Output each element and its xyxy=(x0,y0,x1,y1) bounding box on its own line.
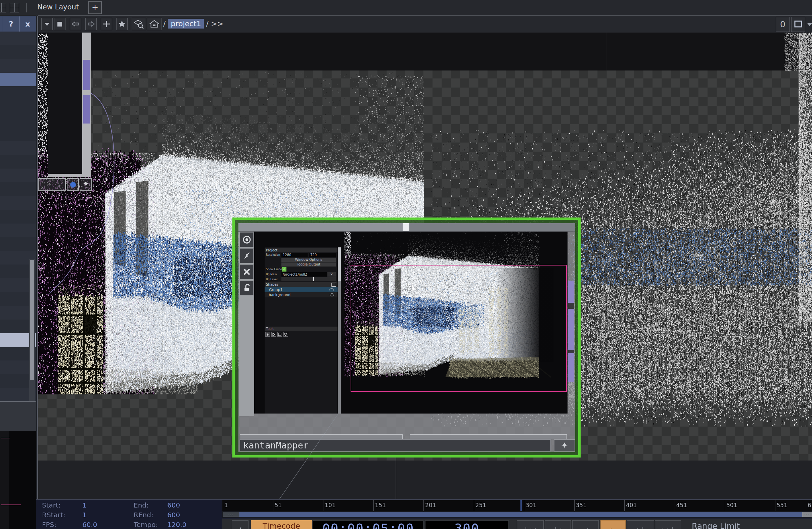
panel-scrollbar-thumb[interactable] xyxy=(338,247,341,281)
visibility-eye-icon-2[interactable] xyxy=(330,293,334,296)
layout-grid-icon[interactable] xyxy=(0,3,6,12)
palette-scrollbar-thumb[interactable] xyxy=(30,260,34,380)
window-placement-button[interactable] xyxy=(791,17,805,32)
lightning-icon[interactable] xyxy=(240,248,253,263)
rstart-value[interactable]: 1 xyxy=(82,511,87,519)
palette-row[interactable] xyxy=(0,210,36,223)
path-project-selected[interactable]: project1 xyxy=(168,19,203,29)
node-sparkle-flag[interactable]: ✦ xyxy=(79,178,92,191)
kantan-resize-bars[interactable] xyxy=(238,434,575,439)
palette-row[interactable] xyxy=(0,169,36,182)
palette-row[interactable] xyxy=(0,223,36,237)
tool-select-cursor-icon[interactable] xyxy=(265,332,270,337)
add-shape-icon[interactable] xyxy=(331,283,336,286)
stop-button[interactable] xyxy=(54,18,66,30)
star-bookmark-button[interactable] xyxy=(116,18,128,30)
resolution-height-field[interactable]: 720 xyxy=(309,253,336,257)
rend-value[interactable]: 600 xyxy=(167,511,180,519)
bg-level-slider-handle[interactable] xyxy=(313,277,314,281)
panel-scrollbar[interactable] xyxy=(338,247,341,413)
play-button[interactable]: ▶ xyxy=(600,520,626,529)
back-button[interactable] xyxy=(70,18,81,30)
visibility-eye-icon[interactable] xyxy=(330,288,334,291)
jump-start-button[interactable]: |◀◀ xyxy=(517,520,544,529)
palette-row[interactable] xyxy=(0,237,36,251)
node-viewer-flag[interactable] xyxy=(67,178,79,191)
palette-row[interactable] xyxy=(0,73,36,87)
kantan-output-connector-3[interactable] xyxy=(568,353,574,382)
palette-row[interactable] xyxy=(0,32,36,45)
kantan-canvas[interactable] xyxy=(342,232,567,413)
range-grip-left[interactable]: ... xyxy=(223,512,240,517)
unlock-icon[interactable] xyxy=(240,281,253,295)
close-panel-button[interactable]: x xyxy=(19,16,36,32)
node-output-connector[interactable] xyxy=(83,60,90,90)
path-dropdown-button[interactable] xyxy=(41,18,53,30)
panel-splitter[interactable] xyxy=(36,16,38,529)
palette-row[interactable] xyxy=(0,155,36,169)
palette-row[interactable] xyxy=(0,114,36,128)
toggle-output-button[interactable]: Toggle Output xyxy=(281,263,336,266)
window-options-button[interactable]: Window Options xyxy=(281,258,336,262)
tool-pen-icon[interactable] xyxy=(271,332,276,337)
home-button[interactable] xyxy=(147,18,162,30)
top-node[interactable]: ✦ xyxy=(46,32,93,191)
step-forward-button[interactable]: ▶| xyxy=(627,520,654,529)
kantan-mapper-node[interactable]: Project Resolution 1280 720 Window Optio… xyxy=(232,218,581,457)
timecode-mode-button[interactable]: / xyxy=(232,520,248,529)
palette-row[interactable] xyxy=(0,182,36,196)
playhead[interactable] xyxy=(521,500,522,511)
palette-row[interactable] xyxy=(0,59,36,73)
palette-row[interactable] xyxy=(0,196,36,210)
resolution-width-field[interactable]: 1280 xyxy=(281,253,308,257)
zoom-region-button[interactable] xyxy=(132,18,146,30)
show-guides-checkbox[interactable]: ✓ xyxy=(282,267,287,271)
palette-row[interactable] xyxy=(0,141,36,155)
tempo-value[interactable]: 120.0 xyxy=(167,520,186,529)
range-grip-right[interactable]: ... xyxy=(802,512,812,517)
node-sparkle-button[interactable]: ✦ xyxy=(554,439,575,452)
bg-mask-field[interactable]: /project1/null2 xyxy=(281,272,327,277)
record-icon[interactable] xyxy=(240,232,253,247)
toolbar-overflow-chevron-icon[interactable] xyxy=(807,22,812,29)
palette-row[interactable] xyxy=(0,86,36,100)
layout-grid-icon-2[interactable] xyxy=(10,3,19,12)
tool-freeform-icon[interactable] xyxy=(284,332,288,337)
top-node-viewer[interactable] xyxy=(48,32,82,174)
play-reverse-button[interactable]: ◀ xyxy=(572,520,599,529)
chop-preview-panel[interactable] xyxy=(0,431,36,529)
palette-row[interactable] xyxy=(0,128,36,141)
kantan-output-connector-2[interactable] xyxy=(568,309,574,350)
frame-ruler[interactable]: 15110115120125130135140145150155160 xyxy=(222,500,812,511)
bg-mask-clear-button[interactable]: ✕ xyxy=(328,272,336,277)
end-value[interactable]: 600 xyxy=(167,501,180,509)
shape-layer-row-selected[interactable]: Group1 xyxy=(265,287,337,292)
jump-end-button[interactable]: ▶▶| xyxy=(655,520,681,529)
fps-value[interactable]: 60.0 xyxy=(82,520,97,529)
palette-scrollbar[interactable] xyxy=(29,259,35,402)
help-button[interactable]: ? xyxy=(3,16,19,32)
palette-row[interactable] xyxy=(0,100,36,114)
node-flag-cell[interactable] xyxy=(38,178,66,191)
tool-rectangle-icon[interactable] xyxy=(277,332,282,337)
layout-name-label[interactable]: New Layout xyxy=(37,3,79,11)
kantan-title-bar[interactable] xyxy=(238,223,575,232)
range-bar[interactable] xyxy=(240,512,802,517)
add-layout-button[interactable]: + xyxy=(88,1,102,14)
path-more[interactable]: >> xyxy=(211,19,223,28)
kantan-output-connector[interactable] xyxy=(568,281,574,303)
bg-level-slider[interactable] xyxy=(281,277,336,281)
forward-button[interactable] xyxy=(85,18,97,30)
add-operator-button[interactable] xyxy=(101,18,112,30)
step-back-button[interactable]: |◀ xyxy=(545,520,571,529)
path-breadcrumb[interactable]: / project1 / >> xyxy=(163,18,223,30)
recent-count-button[interactable]: 0 xyxy=(776,17,790,32)
start-value[interactable]: 1 xyxy=(82,501,87,509)
palette-row[interactable] xyxy=(0,45,36,59)
shape-layer-row[interactable]: background xyxy=(265,292,337,297)
close-icon[interactable] xyxy=(240,265,253,279)
timecode-label[interactable]: Timecode xyxy=(251,520,312,529)
node-output-connector-2[interactable] xyxy=(83,95,90,123)
node-name-field[interactable]: kantanMapper xyxy=(240,439,551,452)
kantan-title-notch[interactable] xyxy=(403,223,409,231)
